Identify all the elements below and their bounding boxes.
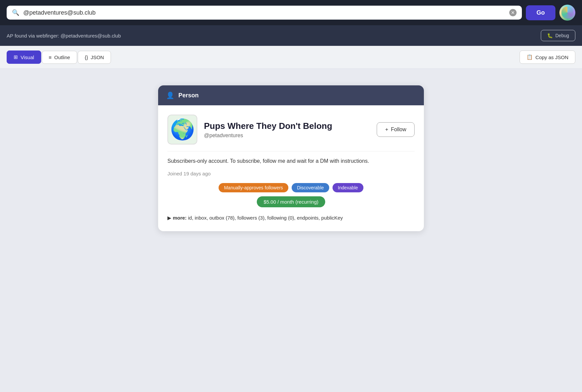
go-button[interactable]: Go: [526, 5, 555, 20]
divider: [167, 151, 415, 151]
visual-icon: ⊞: [14, 54, 18, 60]
search-input[interactable]: [23, 9, 505, 16]
json-icon: {}: [85, 54, 88, 60]
search-container: 🔍 ✕: [7, 6, 522, 20]
expand-icon: ▶: [167, 215, 171, 221]
webfinger-message: AP found via webfinger: @petadventures@s…: [7, 33, 121, 39]
clear-button[interactable]: ✕: [509, 9, 517, 16]
badge-manually-approves: Manually-approves followers: [219, 183, 288, 192]
profile-row: 🌍 Pups Where They Don't Belong @petadven…: [167, 115, 415, 145]
price-row: $5.00 / month (recurring): [167, 196, 415, 207]
json-label: JSON: [91, 54, 104, 60]
outline-icon: ≡: [49, 54, 52, 60]
avatar-emoji: 🌍: [170, 120, 195, 140]
more-label: more:: [173, 215, 187, 221]
outline-label: Outline: [54, 54, 70, 60]
copy-json-button[interactable]: 📋 Copy as JSON: [520, 50, 575, 64]
profile-handle: @petadventures: [204, 133, 370, 139]
person-icon: 👤: [166, 91, 174, 99]
debug-label: Debug: [555, 33, 569, 38]
tab-json[interactable]: {} JSON: [78, 51, 111, 64]
joined-text: Joined 19 days ago: [167, 171, 415, 176]
avatar-image: [561, 7, 573, 19]
tab-outline[interactable]: ≡ Outline: [42, 51, 77, 64]
visual-label: Visual: [21, 54, 34, 60]
card-title: Person: [178, 92, 199, 99]
debug-icon: 🐛: [547, 33, 553, 38]
card-body: 🌍 Pups Where They Don't Belong @petadven…: [158, 105, 424, 231]
top-bar: 🔍 ✕ Go: [0, 0, 582, 25]
tab-group: ⊞ Visual ≡ Outline {} JSON: [7, 50, 111, 64]
tab-visual[interactable]: ⊞ Visual: [7, 50, 41, 64]
follow-button[interactable]: + Follow: [377, 122, 415, 137]
card-header: 👤 Person: [158, 85, 424, 105]
badges-row: Manually-approves followers Discoverable…: [167, 183, 415, 192]
toolbar: ⊞ Visual ≡ Outline {} JSON 📋 Copy as JSO…: [0, 46, 582, 69]
more-section[interactable]: ▶ more: id, inbox, outbox (78), follower…: [167, 214, 415, 222]
profile-name: Pups Where They Don't Belong: [204, 121, 370, 131]
more-items: id, inbox, outbox (78), followers (3), f…: [188, 215, 343, 221]
price-badge: $5.00 / month (recurring): [257, 196, 325, 207]
search-icon: 🔍: [12, 9, 19, 16]
info-bar: AP found via webfinger: @petadventures@s…: [0, 25, 582, 46]
copy-icon: 📋: [527, 54, 533, 60]
debug-button[interactable]: 🐛 Debug: [541, 30, 575, 41]
badge-indexable: Indexable: [333, 183, 363, 192]
plus-icon: +: [385, 127, 388, 133]
bio-text: Subscribers-only account. To subscribe, …: [167, 157, 415, 165]
profile-info: Pups Where They Don't Belong @petadventu…: [204, 121, 370, 139]
badge-discoverable: Discoverable: [292, 183, 329, 192]
copy-json-label: Copy as JSON: [535, 54, 568, 60]
user-avatar[interactable]: [559, 5, 575, 21]
main-content: 👤 Person 🌍 Pups Where They Don't Belong …: [0, 69, 582, 248]
person-card: 👤 Person 🌍 Pups Where They Don't Belong …: [158, 85, 424, 231]
follow-label: Follow: [391, 127, 406, 133]
profile-avatar: 🌍: [167, 115, 197, 145]
